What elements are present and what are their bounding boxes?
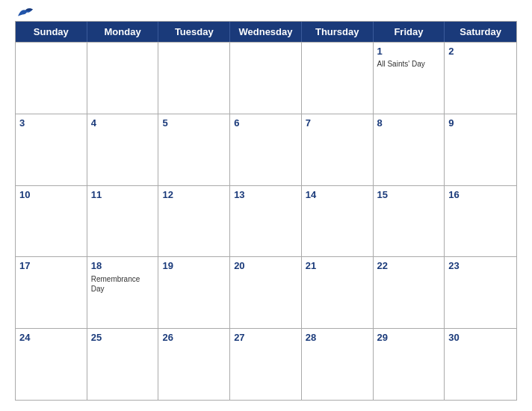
day-cell	[158, 43, 230, 114]
day-number: 3	[19, 117, 83, 130]
day-cell: 17	[16, 257, 87, 328]
day-number: 29	[377, 331, 441, 344]
day-number: 17	[19, 259, 83, 273]
week-row-4: 1718Remembrance Day1920212223	[16, 256, 516, 328]
week-row-5: 24252627282930	[16, 328, 516, 400]
logo-bird-icon	[15, 6, 36, 21]
day-number: 10	[19, 188, 83, 202]
day-number: 9	[448, 117, 513, 130]
day-cell: 8	[374, 114, 445, 185]
day-number: 1	[377, 45, 441, 58]
calendar-grid: SundayMondayTuesdayWednesdayThursdayFrid…	[15, 21, 517, 401]
day-header-sunday: Sunday	[16, 22, 87, 42]
day-cell: 14	[302, 186, 374, 257]
day-number: 19	[162, 259, 226, 273]
day-number: 27	[234, 331, 297, 344]
day-cell: 11	[87, 186, 159, 257]
day-cell: 16	[445, 186, 516, 257]
day-cell: 22	[374, 257, 445, 328]
day-number: 7	[306, 117, 369, 130]
day-cell: 29	[374, 329, 445, 400]
day-cell: 4	[87, 114, 159, 185]
day-event: All Saints' Day	[377, 59, 441, 69]
day-cell	[230, 43, 302, 114]
day-header-tuesday: Tuesday	[158, 22, 230, 42]
day-cell: 12	[158, 186, 230, 257]
calendar-page: SundayMondayTuesdayWednesdayThursdayFrid…	[0, 0, 532, 411]
day-cell: 6	[230, 114, 302, 185]
day-cell: 10	[16, 186, 87, 257]
day-number: 18	[91, 259, 155, 273]
day-cell: 24	[16, 329, 87, 400]
logo	[15, 6, 36, 22]
day-cell: 18Remembrance Day	[87, 257, 159, 328]
day-header-friday: Friday	[374, 22, 445, 42]
day-cell: 20	[230, 257, 302, 328]
week-row-3: 10111213141516	[16, 185, 516, 257]
day-number: 5	[162, 117, 226, 130]
day-cell: 28	[302, 329, 374, 400]
day-number: 6	[234, 117, 297, 130]
week-row-2: 3456789	[16, 114, 516, 185]
day-number: 14	[306, 188, 369, 202]
day-cell: 2	[445, 43, 516, 114]
day-number: 8	[377, 117, 441, 130]
day-number: 25	[91, 331, 155, 344]
day-header-wednesday: Wednesday	[230, 22, 302, 42]
day-number: 12	[162, 188, 226, 202]
day-cell: 3	[16, 114, 87, 185]
day-number: 13	[234, 188, 297, 202]
days-header: SundayMondayTuesdayWednesdayThursdayFrid…	[16, 22, 516, 42]
day-cell: 5	[158, 114, 230, 185]
day-cell	[302, 43, 374, 114]
day-header-saturday: Saturday	[445, 22, 516, 42]
day-number: 20	[234, 259, 297, 273]
day-header-thursday: Thursday	[302, 22, 374, 42]
day-cell: 27	[230, 329, 302, 400]
weeks-container: 1All Saints' Day234567891011121314151617…	[16, 42, 516, 400]
day-number: 26	[162, 331, 226, 344]
day-number: 21	[306, 259, 369, 273]
day-cell: 25	[87, 329, 159, 400]
day-cell	[87, 43, 159, 114]
day-cell: 30	[445, 329, 516, 400]
day-cell: 7	[302, 114, 374, 185]
day-number: 11	[91, 188, 155, 202]
day-number: 2	[448, 45, 513, 58]
day-number: 4	[91, 117, 155, 130]
day-cell: 19	[158, 257, 230, 328]
day-event: Remembrance Day	[91, 274, 155, 294]
day-header-monday: Monday	[87, 22, 159, 42]
day-number: 24	[19, 331, 83, 344]
day-cell: 15	[374, 186, 445, 257]
week-row-1: 1All Saints' Day2	[16, 42, 516, 114]
day-number: 28	[306, 331, 369, 344]
day-number: 16	[448, 188, 513, 202]
day-number: 30	[448, 331, 513, 344]
day-number: 23	[448, 259, 513, 273]
day-cell: 26	[158, 329, 230, 400]
day-cell: 1All Saints' Day	[374, 43, 445, 114]
day-cell	[16, 43, 87, 114]
day-cell: 21	[302, 257, 374, 328]
day-number: 22	[377, 259, 441, 273]
day-cell: 23	[445, 257, 516, 328]
day-cell: 13	[230, 186, 302, 257]
day-number: 15	[377, 188, 441, 202]
day-cell: 9	[445, 114, 516, 185]
